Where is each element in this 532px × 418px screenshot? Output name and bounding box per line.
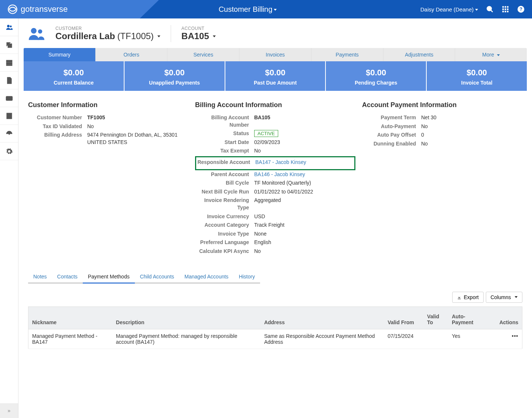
columns-button[interactable]: Columns: [486, 292, 522, 303]
sub-tabs: Notes Contacts Payment Methods Child Acc…: [24, 270, 527, 284]
parent-account-link[interactable]: BA146 - Jacob Kinsey: [254, 171, 305, 177]
field-value: TF1005: [87, 114, 188, 121]
tab-more-label: More: [482, 52, 494, 58]
col-nickname[interactable]: Nickname: [28, 306, 112, 329]
tab-orders[interactable]: Orders: [96, 48, 168, 61]
customer-selector[interactable]: Cordillera Lab (TF1005): [55, 31, 160, 41]
stat-current-balance: $0.00Current Balance: [24, 61, 124, 91]
field-label: Dunning Enabled: [362, 140, 421, 148]
svg-rect-6: [502, 8, 504, 10]
logo-icon: [7, 4, 18, 14]
svg-rect-3: [502, 6, 504, 8]
row-actions-icon[interactable]: •••: [512, 333, 518, 339]
field-value: No: [254, 248, 355, 255]
stat-label: Invoice Total: [430, 80, 524, 86]
tab-summary[interactable]: Summary: [24, 48, 96, 61]
field-label: Tax Exempt: [195, 147, 254, 155]
field-value: No: [421, 140, 522, 148]
search-icon[interactable]: [486, 6, 494, 13]
subtab-child-accounts[interactable]: Child Accounts: [135, 270, 180, 284]
tab-payments[interactable]: Payments: [311, 48, 383, 61]
customer-info-panel: Customer Information Customer NumberTF10…: [28, 101, 188, 257]
col-valid-from[interactable]: Valid From: [384, 306, 423, 329]
svg-rect-19: [6, 65, 12, 66]
account-selector[interactable]: BA105: [181, 31, 216, 41]
sidebar-copy-icon[interactable]: [0, 36, 18, 54]
export-button[interactable]: Export: [452, 292, 483, 303]
field-value: 0: [421, 131, 522, 139]
customer-icon: [28, 26, 45, 41]
user-name: Daisy Deane (Deane): [420, 6, 474, 13]
sidebar-expand-icon[interactable]: »: [0, 403, 18, 418]
sidebar-server-icon[interactable]: [0, 54, 18, 72]
subtab-contacts[interactable]: Contacts: [52, 270, 83, 284]
stat-label: Unapplied Payments: [127, 80, 222, 86]
field-value: None: [254, 230, 355, 238]
tab-adjustments[interactable]: Adjustments: [383, 48, 456, 61]
col-auto-payment[interactable]: Auto-Payment: [448, 306, 488, 329]
subtab-history[interactable]: History: [233, 270, 260, 284]
field-label: Tax ID Validated: [28, 123, 87, 130]
caret-down-icon: [157, 35, 160, 37]
field-value: No: [254, 147, 355, 155]
sidebar-dashboard-icon[interactable]: [0, 125, 18, 143]
svg-rect-10: [505, 11, 506, 12]
field-value: English: [254, 239, 355, 246]
field-label: Auto Pay Offset: [362, 131, 421, 139]
sidebar-card-icon[interactable]: [0, 89, 18, 107]
table-header-row: Nickname Description Address Valid From …: [28, 306, 522, 329]
sidebar-settings-icon[interactable]: [0, 143, 18, 160]
tab-services[interactable]: Services: [167, 48, 239, 61]
svg-rect-7: [505, 8, 506, 10]
field-label: Invoice Type: [195, 230, 254, 238]
field-value: No: [421, 123, 522, 130]
panel-title: Customer Information: [28, 101, 188, 109]
field-label: Billing Address: [28, 131, 87, 146]
sidebar-file-icon[interactable]: [0, 72, 18, 89]
tab-invoices[interactable]: Invoices: [239, 48, 311, 61]
field-label: Bill Cycle: [195, 179, 254, 187]
status-text: ACTIVE: [254, 130, 278, 137]
field-label: Auto-Payment: [362, 123, 421, 130]
subtab-notes[interactable]: Notes: [28, 270, 52, 284]
field-label: Status: [195, 130, 254, 137]
svg-rect-18: [6, 62, 12, 64]
panel-title: Account Payment Information: [362, 101, 522, 109]
help-icon[interactable]: ?: [517, 6, 525, 13]
field-label: Payment Term: [362, 114, 421, 121]
brand-text: gotransverse: [21, 4, 68, 14]
svg-point-14: [7, 25, 10, 27]
svg-point-15: [10, 25, 11, 27]
stat-value: $0.00: [127, 68, 222, 78]
subtab-payment-methods[interactable]: Payment Methods: [83, 270, 135, 284]
col-actions[interactable]: Actions: [488, 306, 522, 329]
field-value: 02/09/2023: [254, 139, 355, 146]
customer-label: CUSTOMER: [55, 26, 160, 31]
field-label: Invoice Currency: [195, 213, 254, 220]
apps-grid-icon[interactable]: [502, 6, 509, 13]
col-valid-to[interactable]: Valid To: [423, 306, 448, 329]
main-tabs: Summary Orders Services Invoices Payment…: [24, 48, 527, 61]
tab-more[interactable]: More: [455, 48, 527, 61]
field-value: Track Freight: [254, 222, 355, 229]
user-menu[interactable]: Daisy Deane (Deane): [420, 6, 478, 13]
status-badge: ACTIVE: [254, 130, 355, 137]
field-value: 01/01/2022 to 04/01/2022: [254, 188, 355, 196]
field-label: Parent Account: [195, 171, 254, 178]
customer-code: (TF1005): [117, 31, 154, 41]
sidebar-customers-icon[interactable]: [0, 18, 18, 36]
brand[interactable]: gotransverse: [0, 4, 75, 14]
cell-auto-payment: Yes: [448, 329, 488, 349]
stat-label: Current Balance: [27, 80, 121, 86]
col-description[interactable]: Description: [112, 306, 260, 329]
module-title-dropdown[interactable]: Customer Billing: [75, 5, 420, 14]
sidebar-calculator-icon[interactable]: [0, 107, 18, 125]
svg-text:?: ?: [519, 7, 522, 12]
subtab-managed-accounts[interactable]: Managed Accounts: [179, 270, 233, 284]
account-label: ACCOUNT: [181, 26, 216, 31]
stat-invoice-total: $0.00Invoice Total: [427, 61, 527, 91]
caret-down-icon: [475, 9, 478, 11]
responsible-account-link[interactable]: BA147 - Jacob Kinsey: [255, 159, 306, 165]
svg-point-30: [31, 28, 37, 34]
col-address[interactable]: Address: [260, 306, 384, 329]
